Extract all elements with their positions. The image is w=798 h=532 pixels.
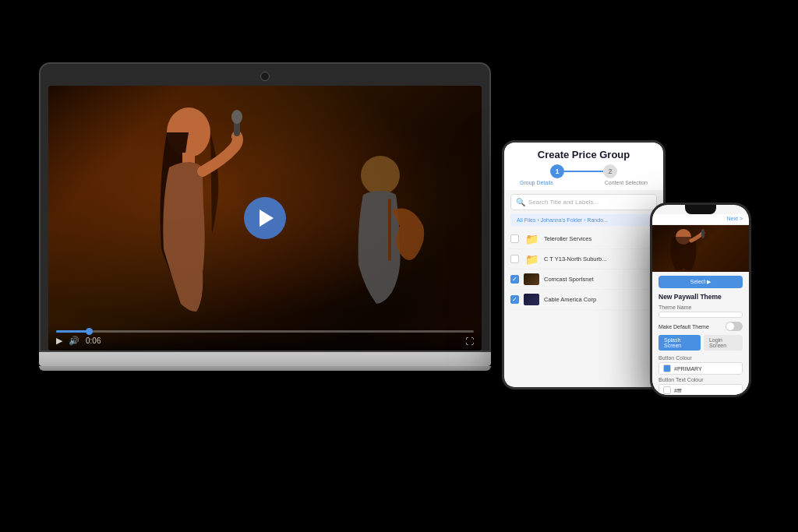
play-button[interactable] [244, 197, 286, 239]
svg-point-4 [361, 156, 400, 195]
step-1-circle: 1 [550, 164, 564, 178]
phone-notch [685, 205, 716, 214]
step-2-circle: 2 [603, 164, 617, 178]
controls-left: ▶ 🔊 0:06 [56, 336, 101, 346]
volume-icon[interactable]: 🔊 [69, 336, 79, 346]
guitarist-silhouette [318, 148, 435, 319]
item-label-3: Comcast Sportsnet [544, 276, 657, 283]
btn-text-color-swatch [663, 386, 671, 394]
laptop-video: ▶ 🔊 0:06 ⛶ [48, 86, 482, 351]
tab-splash-screen[interactable]: Splash Screen [659, 335, 701, 351]
item-checkbox-3[interactable]: ✓ [510, 275, 519, 284]
svg-rect-7 [701, 229, 704, 238]
laptop-base [39, 352, 491, 366]
play-icon [260, 210, 274, 227]
btn-color-label: Button Colour [659, 355, 743, 361]
btn-text-color-value: #fff [674, 388, 681, 393]
video-thumb-4 [524, 294, 539, 305]
tablet-header: Create Price Group 1 2 Group Details Con… [504, 143, 663, 190]
toggle-label: Make Default Theme [659, 324, 709, 329]
video-thumb-3 [524, 273, 539, 285]
item-label-4: Cable America Corp [544, 296, 657, 303]
btn-color-swatch [663, 365, 671, 372]
tablet-screen: Create Price Group 1 2 Group Details Con… [504, 143, 663, 387]
tablet-title: Create Price Group [512, 149, 655, 160]
phone-select-button[interactable]: Select ▶ [659, 276, 743, 288]
search-placeholder: Search Title and Labels... [528, 199, 598, 206]
pause-icon[interactable]: ▶ [56, 336, 62, 346]
default-theme-toggle[interactable] [726, 322, 743, 331]
item-label-1: Teleroller Services [544, 235, 657, 242]
svg-point-3 [231, 110, 242, 124]
controls-row: ▶ 🔊 0:06 ⛶ [56, 336, 474, 346]
item-checkbox-4[interactable]: ✓ [510, 295, 519, 304]
step-line [564, 171, 603, 172]
progress-bar[interactable] [56, 330, 474, 333]
tab-row: Splash Screen Login Screen [659, 335, 743, 351]
step-1-label: Group Details [520, 180, 553, 185]
list-item: ✓ Cable America Corp [509, 290, 659, 310]
phone-content: Select ▶ New Paywall Theme Theme Name Ma… [652, 272, 749, 395]
progress-dot [86, 328, 93, 335]
laptop-screen-outer: ▶ 🔊 0:06 ⛶ [39, 62, 491, 352]
tablet-steps: 1 2 [512, 164, 655, 178]
step-labels: Group Details Content Selection [512, 178, 655, 187]
btn-text-color-field[interactable]: #fff [659, 384, 743, 395]
theme-name-label: Theme Name [659, 305, 743, 310]
item-checkbox-2[interactable] [510, 255, 519, 263]
video-controls: ▶ 🔊 0:06 ⛶ [48, 326, 482, 351]
phone: Next > Select ▶ New Paywall Theme Theme … [650, 203, 751, 397]
svg-rect-5 [388, 199, 391, 261]
folder-icon-2: 📁 [524, 253, 539, 265]
toggle-dot [726, 322, 734, 330]
laptop: ▶ 🔊 0:06 ⛶ [39, 62, 491, 371]
tablet-list: 📁 Teleroller Services 📁 C T Y13-North Su… [504, 229, 663, 387]
list-item: ✓ Comcast Sportsnet [509, 270, 659, 290]
laptop-hinge [39, 366, 491, 371]
tablet-breadcrumb[interactable]: All Files › Johanna's Folder › Rando... [510, 214, 657, 226]
toggle-row: Make Default Theme [659, 322, 743, 331]
phone-video-singer [660, 225, 715, 272]
laptop-screen: ▶ 🔊 0:06 ⛶ [48, 86, 482, 351]
phone-next-button[interactable]: Next > [727, 216, 743, 221]
theme-name-input[interactable] [659, 312, 743, 318]
fullscreen-icon[interactable]: ⛶ [465, 336, 474, 346]
list-item: 📁 C T Y13-North Suburb... [509, 249, 659, 270]
btn-color-field[interactable]: #PRIMARY [659, 362, 743, 375]
tab-login-screen[interactable]: Login Screen [704, 335, 743, 351]
phone-section-title: New Paywall Theme [659, 293, 743, 301]
scene: ▶ 🔊 0:06 ⛶ Create Price Group 1 [0, 0, 798, 532]
item-label-2: C T Y13-North Suburb... [544, 255, 657, 262]
step-2-label: Content Selection [605, 180, 648, 185]
tablet-search[interactable]: 🔍 Search Title and Labels... [510, 194, 657, 210]
phone-video-thumb [652, 225, 749, 272]
laptop-notch [260, 72, 270, 81]
progress-fill [56, 330, 90, 333]
btn-color-value: #PRIMARY [674, 366, 702, 372]
btn-text-color-label: Button Text Colour [659, 377, 743, 382]
phone-screen: Next > Select ▶ New Paywall Theme Theme … [652, 205, 749, 395]
search-icon: 🔍 [516, 198, 525, 206]
time-display: 0:06 [86, 336, 101, 345]
phone-header: Next > [652, 214, 749, 225]
tablet: Create Price Group 1 2 Group Details Con… [502, 140, 666, 389]
item-checkbox-1[interactable] [510, 234, 519, 243]
folder-icon-1: 📁 [524, 233, 539, 245]
list-item: 📁 Teleroller Services [509, 229, 659, 249]
